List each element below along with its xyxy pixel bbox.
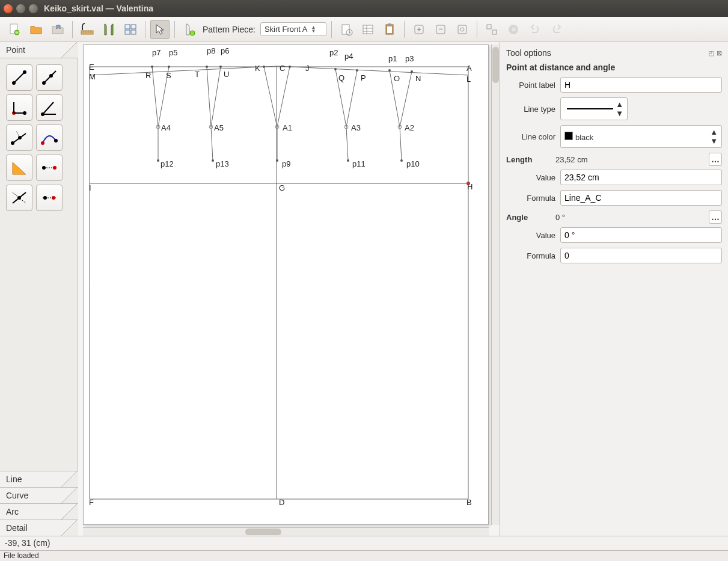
stepper-icon: ▲▼ — [311, 26, 316, 33]
svg-text:✕: ✕ — [510, 26, 516, 33]
save-file-button[interactable] — [48, 20, 67, 39]
stepper-icon: ▲▼ — [616, 100, 623, 118]
angle-formula-input[interactable] — [560, 248, 722, 263]
tool-subtitle: Point at distance and angle — [506, 63, 722, 72]
svg-text:−: − — [438, 25, 442, 33]
tab-line[interactable]: Line — [0, 471, 78, 487]
new-file-button[interactable]: + — [5, 20, 24, 39]
panel-title: Tool options — [506, 48, 551, 58]
tool-contact[interactable] — [36, 124, 63, 151]
stop-button: ✕ — [504, 20, 523, 39]
svg-rect-29 — [492, 30, 497, 34]
svg-rect-8 — [125, 25, 130, 29]
minimize-icon[interactable] — [16, 4, 25, 13]
tool-endpoint[interactable] — [6, 64, 32, 91]
point-tools — [0, 58, 78, 217]
zoom-in-button[interactable]: + — [409, 20, 429, 39]
tool-point-intersect[interactable] — [36, 155, 63, 181]
zoom-fit-button[interactable] — [453, 20, 472, 39]
table-button[interactable] — [358, 20, 378, 39]
tool-palette: Point Line Curve Arc Detail — [0, 42, 78, 536]
svg-rect-21 — [388, 23, 391, 26]
tab-arc[interactable]: Arc — [0, 503, 78, 520]
zoom-out-button[interactable]: − — [431, 20, 450, 39]
undock-icon[interactable]: ◰ — [708, 49, 714, 57]
svg-rect-28 — [487, 25, 491, 29]
window-controls — [4, 4, 38, 13]
tool-shoulder[interactable] — [6, 124, 32, 151]
angle-value-input[interactable] — [560, 227, 722, 243]
new-pattern-piece-button[interactable] — [180, 20, 199, 39]
close-panel-icon[interactable]: ⊠ — [717, 49, 722, 57]
zoom-orig-button[interactable] — [482, 20, 501, 39]
tool-triangle[interactable] — [6, 155, 32, 181]
drawing-canvas[interactable] — [83, 44, 489, 525]
svg-text:+: + — [417, 25, 421, 34]
tool-along-line[interactable] — [36, 64, 63, 91]
tool-intersect-axis[interactable] — [36, 185, 63, 211]
svg-rect-15 — [363, 25, 373, 34]
length-value-lbl: Value — [506, 173, 555, 182]
open-file-button[interactable] — [26, 20, 46, 39]
tool-normal[interactable] — [6, 94, 32, 121]
pattern-piece-label: Pattern Piece: — [203, 25, 255, 34]
titlebar: Keiko_skirt.val — Valentina — [0, 0, 728, 17]
length-display: 23,52 cm — [555, 155, 709, 164]
length-expand-button[interactable]: … — [709, 153, 722, 166]
length-value-input[interactable] — [560, 170, 722, 185]
main-toolbar: + Pattern Piece: Skirt Front A ▲▼ + − ✕ — [0, 17, 728, 42]
history-button[interactable] — [337, 20, 356, 39]
line-color-value: black — [575, 133, 593, 142]
close-icon[interactable] — [4, 4, 13, 13]
angle-display: 0 ° — [555, 213, 709, 222]
point-label-input[interactable] — [560, 77, 722, 93]
svg-point-50 — [54, 139, 58, 143]
pointer-tool-button[interactable] — [150, 20, 170, 39]
main-area: Point Line Curve Arc Detail — [0, 42, 728, 536]
svg-point-37 — [49, 74, 53, 78]
vertical-scrollbar[interactable] — [491, 44, 500, 525]
redo-button — [547, 20, 566, 39]
length-formula-input[interactable] — [560, 190, 722, 206]
layout-button[interactable] — [121, 20, 140, 39]
tool-bisector[interactable] — [36, 94, 63, 121]
tab-detail[interactable]: Detail — [0, 520, 78, 536]
angle-lbl: Angle — [506, 213, 555, 222]
angle-expand-button[interactable]: … — [709, 210, 722, 224]
tool-line-intersect[interactable] — [6, 185, 32, 211]
svg-point-49 — [41, 141, 44, 145]
line-color-select[interactable]: black ▲▼ — [560, 125, 722, 148]
line-color-lbl: Line color — [506, 132, 555, 141]
angle-value-lbl: Value — [506, 231, 555, 240]
svg-point-27 — [460, 28, 464, 31]
line-type-lbl: Line type — [506, 105, 555, 114]
undo-button — [525, 20, 545, 39]
maximize-icon[interactable] — [29, 4, 38, 13]
svg-point-41 — [23, 111, 26, 115]
svg-rect-9 — [131, 25, 136, 29]
line-type-select[interactable]: ▲▼ — [560, 97, 628, 120]
horizontal-scrollbar[interactable] — [83, 527, 489, 536]
status-coords: -39, 31 (cm) — [0, 536, 728, 550]
pattern-piece-value: Skirt Front A — [265, 25, 308, 34]
svg-rect-3 — [81, 31, 93, 34]
status-message: File loaded — [0, 550, 728, 561]
line-sample-icon — [567, 108, 613, 109]
pattern-piece-select[interactable]: Skirt Front A ▲▼ — [260, 22, 326, 36]
tab-point[interactable]: Point — [0, 42, 78, 58]
svg-point-56 — [17, 196, 21, 200]
canvas-area[interactable] — [78, 42, 500, 536]
svg-line-48 — [16, 131, 20, 138]
svg-line-34 — [14, 72, 25, 83]
svg-rect-20 — [387, 26, 392, 33]
svg-line-43 — [43, 102, 54, 114]
length-formula-lbl: Formula — [506, 194, 555, 203]
tab-curve[interactable]: Curve — [0, 487, 78, 503]
svg-point-51 — [42, 166, 46, 170]
panel-title-row: Tool options ◰ ⊠ — [506, 46, 722, 60]
category-tabs: Line Curve Arc Detail — [0, 471, 78, 536]
svg-point-52 — [53, 166, 57, 170]
pattern-pieces-button[interactable] — [99, 20, 118, 39]
clipboard-button[interactable] — [380, 20, 399, 39]
measurements-button[interactable] — [78, 20, 97, 39]
